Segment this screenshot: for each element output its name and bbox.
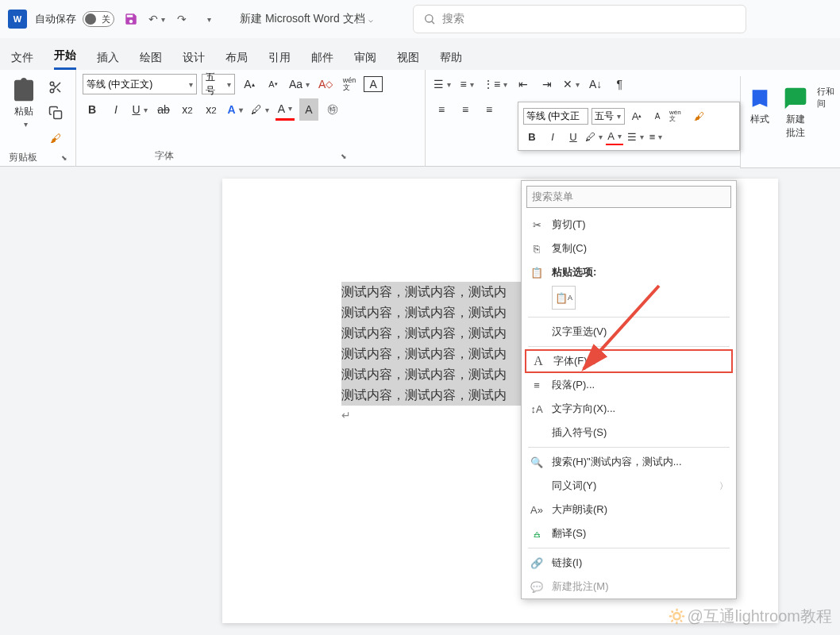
align-left-button[interactable]: ≡ <box>432 98 451 121</box>
cut-button[interactable] <box>46 76 65 98</box>
context-synonyms[interactable]: 同义词(Y) 〉 <box>522 474 736 498</box>
mini-font-name[interactable]: 等线 (中文正 <box>523 108 588 125</box>
mini-font-size[interactable]: 五号▾ <box>591 108 625 125</box>
character-shading-button[interactable]: A <box>299 98 318 121</box>
mini-decrease-font[interactable]: A <box>649 107 666 125</box>
context-cut[interactable]: ✂ 剪切(T) <box>522 213 736 237</box>
context-link[interactable]: 🔗 链接(I) <box>522 551 736 575</box>
clear-formatting-button[interactable]: A◇ <box>316 73 335 95</box>
context-insert-symbol[interactable]: 插入符号(S) <box>522 421 736 444</box>
copy-button[interactable] <box>46 102 65 124</box>
show-paragraph-marks-button[interactable]: ¶ <box>610 73 629 95</box>
mini-font-color[interactable]: A▾ <box>606 128 623 145</box>
document-name[interactable]: 新建 Microsoft Word 文档⌵ <box>240 12 373 26</box>
font-dialog-launcher[interactable]: ⬊ <box>341 152 347 160</box>
tab-references[interactable]: 引用 <box>268 51 291 70</box>
clipboard-dialog-launcher[interactable]: ⬊ <box>61 154 67 162</box>
highlight-button[interactable]: 🖊▾ <box>249 98 271 121</box>
font-icon: A <box>531 354 545 368</box>
autosave-toggle-group: 自动保存 关 <box>35 11 114 27</box>
redo-button[interactable]: ↷ <box>173 10 191 28</box>
ribbon-right: 样式 新建 批注 行和 间 <box>740 76 840 168</box>
context-new-comment[interactable]: 💬 新建批注(M) <box>522 575 736 598</box>
mini-increase-font[interactable]: A▴ <box>628 107 645 125</box>
search-icon <box>423 13 436 25</box>
multilevel-list-button[interactable]: ⋮≡▾ <box>481 73 509 95</box>
mini-toolbar: 等线 (中文正 五号▾ A▴ A wén 文 🖌 B I U 🖊▾ A▾ ☰▾ … <box>518 102 740 151</box>
subscript-button[interactable]: x2 <box>178 98 197 121</box>
line-spacing-button[interactable]: 行和 间 <box>815 81 837 163</box>
bold-button[interactable]: B <box>83 98 102 121</box>
context-copy[interactable]: ⎘ 复制(C) <box>522 237 736 260</box>
tab-home[interactable]: 开始 <box>54 48 76 70</box>
superscript-button[interactable]: x2 <box>202 98 221 121</box>
font-size-select[interactable]: 五号▾ <box>202 74 235 94</box>
svg-point-0 <box>425 15 432 22</box>
mini-bullets[interactable]: ☰▾ <box>626 128 644 145</box>
tab-help[interactable]: 帮助 <box>440 51 462 70</box>
mini-underline[interactable]: U <box>564 128 582 145</box>
numbering-button[interactable]: ≡▾ <box>457 73 476 95</box>
tab-mailings[interactable]: 邮件 <box>311 51 333 70</box>
mini-format-painter[interactable]: 🖌 <box>690 107 707 125</box>
enclose-characters-button[interactable]: ㊕ <box>323 98 342 121</box>
context-menu-search[interactable]: 搜索菜单 <box>526 186 731 208</box>
tab-layout[interactable]: 布局 <box>225 51 248 70</box>
context-read-aloud[interactable]: A» 大声朗读(R) <box>522 498 736 521</box>
increase-indent-button[interactable]: ⇥ <box>538 73 557 95</box>
tab-insert[interactable]: 插入 <box>97 51 119 70</box>
autosave-toggle[interactable]: 关 <box>83 11 114 27</box>
link-icon: 🔗 <box>530 556 544 570</box>
align-center-button[interactable]: ≡ <box>456 98 475 121</box>
mini-italic[interactable]: I <box>544 128 561 145</box>
translate-icon: 🜁 <box>530 526 544 541</box>
tab-draw[interactable]: 绘图 <box>140 51 162 70</box>
font-group-label: 字体 <box>155 149 174 163</box>
mini-phonetic[interactable]: wén 文 <box>669 107 687 125</box>
save-button[interactable] <box>122 10 140 28</box>
copy-icon: ⎘ <box>530 241 544 256</box>
decrease-indent-button[interactable]: ⇤ <box>514 73 533 95</box>
change-case-button[interactable]: Aa▾ <box>287 73 311 95</box>
paste-button[interactable]: 粘贴▾ <box>6 73 41 129</box>
decrease-font-button[interactable]: A▾ <box>264 73 283 95</box>
ribbon-tabs: 文件 开始 插入 绘图 设计 布局 引用 邮件 审阅 视图 帮助 <box>0 38 840 70</box>
svg-point-1 <box>50 82 54 86</box>
context-search[interactable]: 🔍 搜索(H)"测试内容，测试内... <box>522 450 736 474</box>
bullets-button[interactable]: ☰▾ <box>432 73 453 95</box>
context-font[interactable]: A 字体(F)... <box>525 349 733 373</box>
mini-numbering[interactable]: ≡▾ <box>647 128 665 145</box>
qat-more-button[interactable]: ▾ <box>198 10 216 28</box>
character-border-button[interactable]: A <box>364 76 383 92</box>
context-reconvert[interactable]: 汉字重选(V) <box>522 320 736 344</box>
tab-file[interactable]: 文件 <box>11 51 33 70</box>
asian-layout-button[interactable]: ✕▾ <box>561 73 581 95</box>
tab-view[interactable]: 视图 <box>397 51 419 70</box>
strikethrough-button[interactable]: ab <box>154 98 173 121</box>
paste-keep-text-only[interactable]: 📋A <box>552 286 576 310</box>
font-group: 等线 (中文正文) ▾ 五号▾ A▴ A▾ Aa▾ A◇ wén文 A B I … <box>76 70 426 166</box>
tab-design[interactable]: 设计 <box>183 51 205 70</box>
underline-button[interactable]: U▾ <box>130 98 149 121</box>
undo-button[interactable]: ↶▾ <box>148 10 165 28</box>
font-name-select[interactable]: 等线 (中文正文) ▾ <box>83 74 197 94</box>
search-box[interactable]: 搜索 <box>413 5 746 33</box>
context-translate[interactable]: 🜁 翻译(S) <box>522 521 736 545</box>
align-right-button[interactable]: ≡ <box>480 98 499 121</box>
text-effects-button[interactable]: A▾ <box>225 98 245 121</box>
styles-button[interactable]: 样式 <box>744 81 776 163</box>
italic-button[interactable]: I <box>106 98 125 121</box>
context-paragraph[interactable]: ≡ 段落(P)... <box>522 373 736 397</box>
phonetic-guide-button[interactable]: wén文 <box>340 73 359 95</box>
mini-bold[interactable]: B <box>523 128 541 145</box>
sort-button[interactable]: A↓ <box>586 73 605 95</box>
tab-review[interactable]: 审阅 <box>354 51 376 70</box>
context-text-direction[interactable]: ↕A 文字方向(X)... <box>522 397 736 421</box>
text-direction-icon: ↕A <box>530 402 544 416</box>
increase-font-button[interactable]: A▴ <box>240 73 259 95</box>
mini-highlight[interactable]: 🖊▾ <box>585 128 603 145</box>
format-painter-button[interactable]: 🖌 <box>46 127 65 149</box>
font-color-button[interactable]: A▾ <box>276 98 295 121</box>
chevron-right-icon: 〉 <box>719 480 728 492</box>
new-comment-button[interactable]: 新建 批注 <box>780 81 812 163</box>
